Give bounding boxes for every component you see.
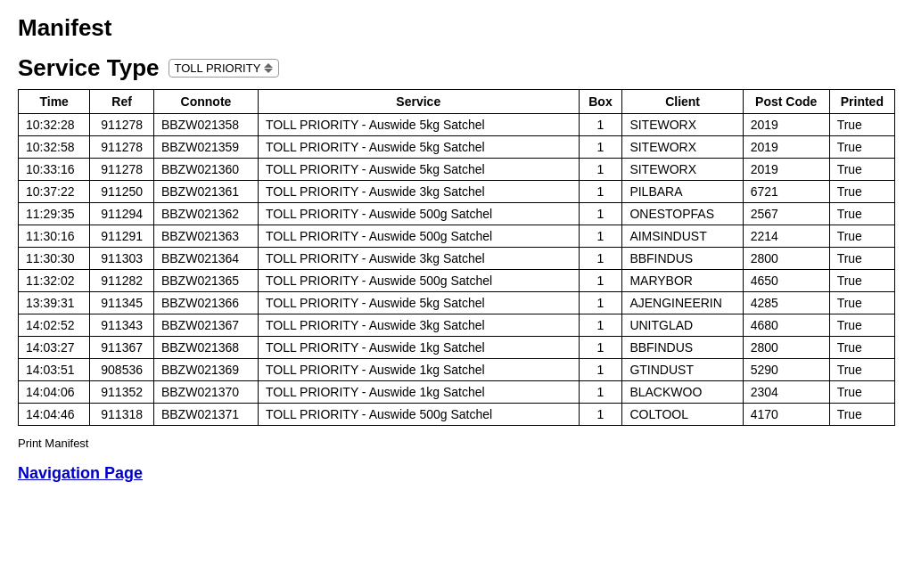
manifest-table: Time Ref Connote Service Box Client Post…	[18, 89, 895, 426]
print-manifest-link[interactable]: Print Manifest	[18, 437, 895, 450]
table-row: 14:04:46911318BBZW021371TOLL PRIORITY - …	[19, 404, 895, 426]
table-row: 11:30:30911303BBZW021364TOLL PRIORITY - …	[19, 248, 895, 270]
table-row: 14:03:27911367BBZW021368TOLL PRIORITY - …	[19, 337, 895, 359]
table-row: 13:39:31911345BBZW021366TOLL PRIORITY - …	[19, 292, 895, 314]
arrow-up-icon	[264, 63, 273, 68]
col-header-ref: Ref	[90, 90, 154, 114]
service-type-select[interactable]: TOLL PRIORITY	[169, 59, 280, 78]
service-type-arrow[interactable]	[264, 63, 273, 73]
table-row: 10:37:22911250BBZW021361TOLL PRIORITY - …	[19, 181, 895, 203]
table-row: 11:29:35911294BBZW021362TOLL PRIORITY - …	[19, 203, 895, 225]
navigation-page-link[interactable]: Navigation Page	[18, 464, 143, 482]
table-header-row: Time Ref Connote Service Box Client Post…	[19, 90, 895, 114]
service-type-label: Service Type	[18, 54, 160, 82]
table-row: 14:02:52911343BBZW021367TOLL PRIORITY - …	[19, 314, 895, 337]
col-header-time: Time	[19, 90, 90, 114]
table-row: 10:32:28911278BBZW021358TOLL PRIORITY - …	[19, 114, 895, 136]
col-header-client: Client	[622, 90, 743, 114]
table-row: 14:03:51908536BBZW021369TOLL PRIORITY - …	[19, 359, 895, 381]
table-row: 10:33:16911278BBZW021360TOLL PRIORITY - …	[19, 159, 895, 181]
table-row: 11:32:02911282BBZW021365TOLL PRIORITY - …	[19, 270, 895, 292]
col-header-connote: Connote	[153, 90, 258, 114]
col-header-postcode: Post Code	[743, 90, 829, 114]
arrow-down-icon	[264, 69, 273, 73]
service-type-value: TOLL PRIORITY	[175, 61, 261, 75]
col-header-service: Service	[258, 90, 579, 114]
table-row: 11:30:16911291BBZW021363TOLL PRIORITY - …	[19, 225, 895, 248]
col-header-printed: Printed	[829, 90, 894, 114]
page-title: Manifest	[18, 14, 895, 42]
table-row: 14:04:06911352BBZW021370TOLL PRIORITY - …	[19, 381, 895, 404]
col-header-box: Box	[579, 90, 622, 114]
table-row: 10:32:58911278BBZW021359TOLL PRIORITY - …	[19, 136, 895, 159]
